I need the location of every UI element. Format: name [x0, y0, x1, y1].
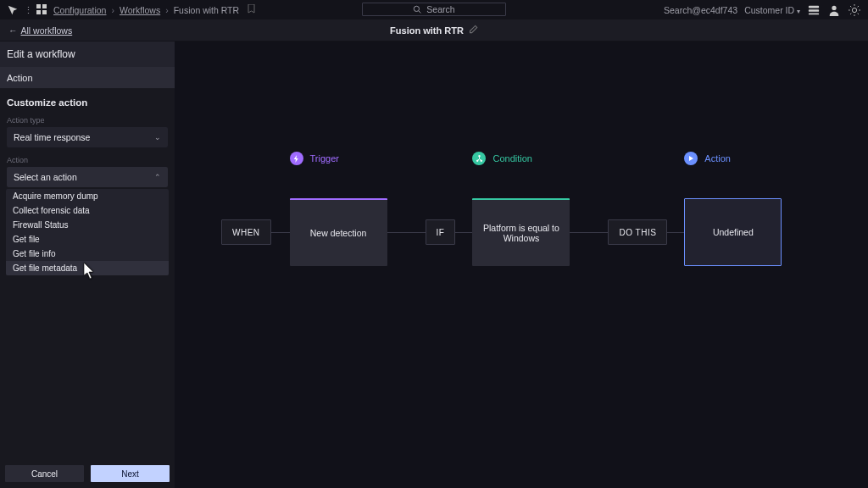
side-panel: Edit a workflow Action Customize action …	[0, 42, 175, 488]
action-type-label: Action type	[7, 116, 168, 125]
svg-rect-3	[42, 10, 47, 14]
chevron-up-icon: ⌃	[154, 173, 161, 181]
search-placeholder: Search	[426, 4, 454, 14]
branch-icon	[472, 152, 486, 165]
flow-if-pill: IF	[426, 219, 456, 245]
svg-point-10	[852, 8, 856, 12]
dropdown-option[interactable]: Get file	[6, 232, 169, 247]
chevron-right-icon: ›	[111, 5, 114, 15]
svg-rect-8	[809, 13, 819, 14]
action-type-value: Real time response	[14, 132, 90, 142]
svg-point-19	[479, 155, 481, 157]
workflow-canvas[interactable]: WHEN Trigger New detection IF Condition …	[175, 42, 868, 488]
svg-rect-1	[42, 4, 47, 8]
condition-card[interactable]: Platform is equal to Windows	[472, 198, 570, 266]
action-select[interactable]: Select an action ⌃	[7, 167, 168, 187]
bolt-icon	[290, 152, 303, 165]
dropdown-option[interactable]: Firewall Status	[6, 218, 169, 232]
svg-line-16	[858, 13, 859, 14]
dropdown-option[interactable]: Get file info	[6, 247, 169, 261]
svg-line-15	[850, 6, 851, 7]
user-icon[interactable]	[827, 3, 841, 17]
back-link[interactable]: ← All workflows	[8, 25, 72, 36]
chevron-down-icon: ⌄	[154, 133, 161, 141]
svg-line-18	[858, 6, 859, 7]
svg-point-4	[415, 6, 420, 11]
svg-point-9	[832, 5, 836, 9]
chevron-down-icon: ▾	[797, 8, 800, 15]
action-card[interactable]: Undefined	[684, 198, 782, 266]
panel-section-title: Customize action	[7, 97, 168, 108]
trigger-label: Trigger	[310, 153, 339, 164]
dropdown-option[interactable]: Get file metadata	[6, 261, 169, 275]
flow-dothis-pill: DO THIS	[608, 219, 667, 245]
svg-rect-7	[809, 9, 819, 12]
play-icon	[684, 152, 698, 165]
cancel-button[interactable]: Cancel	[5, 465, 84, 482]
svg-line-17	[850, 13, 851, 14]
next-button[interactable]: Next	[91, 465, 170, 482]
menu-toggle-icon[interactable]: ⋮	[24, 5, 33, 15]
flow-row: WHEN Trigger New detection IF Condition …	[221, 198, 851, 266]
svg-line-5	[419, 11, 421, 14]
search-short-label: Search@ec4df743	[664, 5, 737, 15]
dropdown-option[interactable]: Acquire memory dump	[6, 189, 169, 203]
customer-id-label[interactable]: Customer ID ▾	[744, 5, 800, 15]
trigger-card[interactable]: New detection	[290, 198, 387, 266]
svg-rect-2	[36, 10, 41, 14]
svg-rect-0	[36, 4, 41, 8]
action-label: Action	[7, 156, 168, 164]
page-sub-header: ← All workflows Fusion with RTR	[0, 19, 868, 42]
breadcrumb: Configuration › Workflows › Fusion with …	[53, 4, 255, 15]
page-title: Fusion with RTR	[390, 25, 464, 36]
svg-point-20	[476, 159, 478, 161]
action-type-select[interactable]: Real time response ⌄	[7, 127, 168, 147]
panel-footer: Cancel Next	[0, 459, 175, 488]
panel-subheading: Action	[0, 67, 175, 89]
action-label: Action	[704, 153, 731, 164]
chevron-right-icon: ›	[165, 5, 169, 15]
svg-point-21	[481, 159, 482, 161]
flow-when-pill: WHEN	[221, 219, 271, 245]
svg-rect-6	[809, 5, 819, 8]
bookmark-icon[interactable]	[248, 4, 255, 15]
action-select-value: Select an action	[14, 172, 77, 182]
grid-icon[interactable]	[36, 4, 47, 16]
arrow-left-icon: ←	[8, 25, 18, 36]
search-icon	[413, 5, 421, 14]
app-logo[interactable]	[7, 4, 19, 16]
queue-icon[interactable]	[807, 3, 821, 17]
breadcrumb-configuration[interactable]: Configuration	[53, 5, 106, 15]
panel-heading: Edit a workflow	[0, 42, 175, 67]
breadcrumb-current: Fusion with RTR	[174, 5, 239, 15]
global-search[interactable]: Search	[362, 3, 506, 16]
breadcrumb-workflows[interactable]: Workflows	[120, 5, 160, 15]
action-dropdown: Acquire memory dump Collect forensic dat…	[6, 189, 169, 275]
condition-label: Condition	[492, 153, 531, 164]
back-link-label: All workflows	[21, 25, 73, 36]
theme-icon[interactable]	[848, 3, 861, 17]
pencil-icon[interactable]	[469, 25, 478, 36]
dropdown-option[interactable]: Collect forensic data	[6, 203, 169, 218]
top-bar: ⋮ Configuration › Workflows › Fusion wit…	[0, 0, 868, 19]
